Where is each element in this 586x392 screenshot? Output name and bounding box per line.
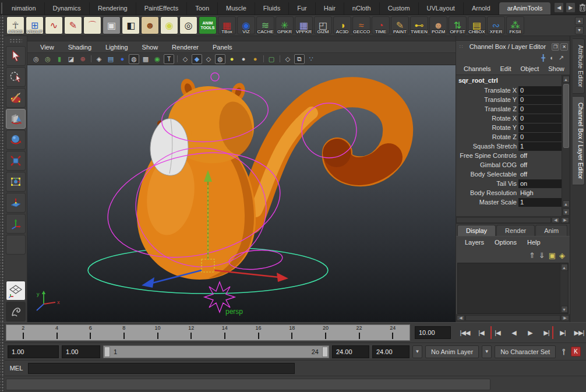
scroll-right-arrow-icon[interactable]: ▶ (561, 315, 569, 321)
new-empty-layer-icon[interactable]: ▣ (549, 251, 556, 260)
shelf-button-gpikr[interactable]: ✳ GPIKR (276, 16, 294, 34)
playback-options-caret[interactable]: ▼ (412, 345, 422, 358)
use-all-lights-icon[interactable]: ◍ (215, 54, 225, 64)
layer-editor-menu-item[interactable]: Layers (460, 239, 489, 246)
channel-value-field[interactable]: High (518, 189, 562, 197)
show-manipulator-tool-button[interactable] (6, 214, 26, 234)
last-tool-slot[interactable] (6, 235, 26, 255)
new-layer-from-selected-icon[interactable]: ◈ (559, 251, 565, 260)
channel-value-field[interactable]: 1 (518, 142, 562, 151)
float-panel-button[interactable]: ❐ (552, 43, 559, 51)
range-slider[interactable]: 1 24 (103, 345, 329, 358)
universal-manipulator-button[interactable] (6, 172, 26, 192)
step-forward-key-button[interactable]: ▶| (539, 326, 553, 339)
viewport-menu-item[interactable]: Shading (61, 44, 98, 51)
character-set-dropdown[interactable]: No Character Set (495, 345, 556, 358)
side-tab-attribute-editor[interactable]: Attribute Editor (573, 38, 585, 94)
select-region-icon[interactable]: ▢ (266, 54, 277, 64)
viewport-canvas[interactable]: y x persp (27, 65, 456, 322)
play-backwards-button[interactable]: ◀ (507, 326, 521, 339)
manipulator-icon[interactable]: ◐ (550, 55, 554, 61)
channel-value-field[interactable]: 0 (518, 96, 562, 104)
smooth-shade-cube-icon[interactable]: ◆ (192, 54, 202, 64)
side-tab-channel-box[interactable]: Channel Box / Layer Editor (573, 96, 585, 185)
play-forwards-button[interactable]: ▶ (523, 326, 537, 339)
single-pane-cube-icon[interactable]: ◇ (283, 54, 293, 64)
scroll-down-arrow-icon[interactable]: ▼ (563, 209, 570, 216)
shelf-tab-toon[interactable]: Toon (187, 2, 218, 15)
channel-value-field[interactable]: off (518, 151, 562, 160)
scroll-up-arrow-icon[interactable]: ▲ (561, 264, 568, 271)
channel-value-field[interactable]: 0 (518, 105, 562, 114)
flat-light-icon[interactable]: ● (238, 54, 249, 64)
delete-shelf-trash-icon[interactable] (577, 2, 586, 13)
shelf-tab-hair[interactable]: Hair (316, 2, 344, 15)
separator[interactable] (175, 54, 179, 64)
all-lights-icon[interactable]: ● (250, 54, 260, 64)
step-forward-frame-button[interactable]: ▶| (556, 326, 570, 339)
command-line-input[interactable] (28, 363, 295, 374)
shelf-button-time[interactable]: ◔ TIME (372, 16, 390, 34)
channel-value-field[interactable]: on (518, 179, 562, 188)
shelf-button-pozm[interactable]: ☻ POZM (429, 16, 447, 34)
squirrel-tail[interactable] (249, 92, 398, 220)
shelf-button-extras[interactable]: ☻ (141, 16, 159, 34)
shelf-button-tween[interactable]: ⊷ TWEEN (410, 16, 428, 34)
tab-next-button[interactable]: ▶ (566, 2, 576, 13)
shelf-tab-uvlayout[interactable]: UVLayout (419, 2, 464, 15)
time-slider-grip[interactable] (0, 323, 5, 343)
shelf-scroll-down-button[interactable]: ▼ (575, 26, 584, 34)
scroll-left-arrow-icon[interactable]: ◀ (552, 217, 560, 223)
panel-drag-dots[interactable]: ∷ (458, 44, 465, 50)
scale-tool-button[interactable] (6, 151, 26, 171)
go-to-end-button[interactable]: ▶▶| (572, 326, 586, 339)
scroll-up-arrow-icon[interactable]: ▲ (563, 200, 570, 207)
playback-end-field[interactable]: 24.00 (332, 345, 369, 358)
move-layer-up-icon[interactable]: ⇑ (529, 251, 535, 260)
command-line-mode-button[interactable]: MEL (5, 365, 28, 372)
channel-value-field[interactable]: off (518, 170, 562, 179)
time-slider[interactable]: 2 4 6 8 10 (6, 324, 410, 341)
shelf-button-vppkr[interactable]: ▦ VPPKR (295, 16, 313, 34)
shelf-button-posesnapshot[interactable]: ▣ (103, 16, 121, 34)
image-plane-icon[interactable]: ◪ (66, 54, 76, 64)
range-start-handle[interactable] (104, 347, 110, 357)
channel-box-menu-item[interactable]: Show (544, 65, 569, 72)
channel-value-field[interactable]: 1 (518, 198, 562, 207)
shelf-button-gecco[interactable]: ≈ GECCO (352, 16, 370, 34)
shelf-button-motiontrail[interactable]: ⌒ (83, 16, 101, 34)
step-back-key-button[interactable]: |◀ (490, 326, 504, 339)
texture-display-icon[interactable]: T (164, 54, 174, 64)
viewport-menu-item[interactable]: Show (135, 44, 165, 51)
channel-box-menu-item[interactable]: Object (516, 65, 543, 72)
separator[interactable] (262, 54, 265, 64)
scroll-up-arrow-icon[interactable]: ▲ (563, 76, 570, 83)
viewport-menu-item[interactable]: Panels (206, 44, 239, 51)
shelf-button-redpen[interactable]: ✎ (64, 16, 82, 34)
close-panel-button[interactable]: ✕ (560, 43, 568, 51)
rotate-tool-button[interactable] (6, 130, 26, 150)
channel-value-field[interactable]: off (518, 161, 562, 169)
channel-h-scrollbar[interactable]: ◀ ▶ (456, 217, 570, 224)
camera-icon[interactable]: ◎ (31, 54, 41, 64)
shelf-grip[interactable] (0, 15, 5, 36)
paint-selection-tool-button[interactable] (6, 88, 26, 108)
scrollbar-thumb[interactable] (563, 84, 569, 148)
shelf-tab-aranimtools[interactable]: arAnimTools (499, 2, 551, 15)
playback-start-field[interactable]: 1.00 (62, 345, 100, 358)
flat-shaded-icon[interactable]: ◍ (129, 54, 139, 64)
default-light-icon[interactable]: ● (227, 54, 237, 64)
viewport-menu-item[interactable]: Lighting (98, 44, 135, 51)
channel-value-field[interactable]: 0 (518, 123, 562, 132)
shelf-tab-fluids[interactable]: Fluids (255, 2, 289, 15)
auto-keyframe-icon[interactable]: K (571, 347, 581, 356)
layer-tab-render[interactable]: Render (496, 225, 535, 236)
move-layer-down-icon[interactable]: ⇓ (539, 251, 545, 260)
pan-zoom-icon[interactable]: ⊕ (77, 54, 88, 64)
layer-list-scrollbar[interactable]: ▲ ▼ (560, 263, 568, 313)
isolate-select-icon[interactable]: ◈ (94, 54, 104, 64)
go-to-start-button[interactable]: |◀◀ (458, 326, 472, 339)
connections-icon[interactable]: ∵ (306, 54, 316, 64)
shelf-tab-painteffects[interactable]: PaintEffects (136, 2, 188, 15)
bookmark-icon[interactable]: ▮ (54, 54, 65, 64)
